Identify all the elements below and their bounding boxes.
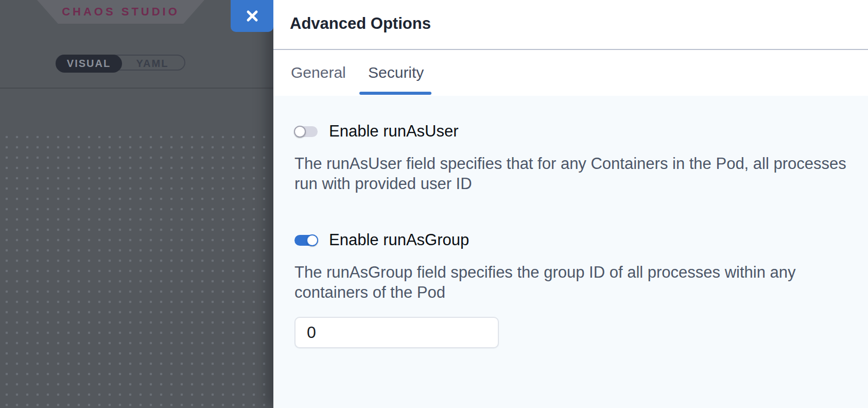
brand-title: CHAOS STUDIO (62, 5, 180, 19)
panel-header: Advanced Options (273, 0, 868, 49)
tabs-bar: General Security (273, 50, 868, 96)
enable-runasgroup-toggle[interactable] (294, 235, 318, 246)
enable-runasgroup-label: Enable runAsGroup (329, 230, 469, 250)
visual-yaml-switch[interactable]: VISUAL YAML (56, 55, 185, 71)
tab-security[interactable]: Security (368, 63, 424, 82)
runasuser-description-line2: run with provided user ID (294, 174, 846, 194)
tab-yaml[interactable]: YAML (120, 56, 184, 72)
runasuser-description-line1: The runAsUser field specifies that for a… (294, 154, 846, 174)
active-tab-indicator (359, 92, 431, 95)
advanced-options-panel: Advanced Options General Security Enable… (273, 0, 868, 408)
tab-yaml-label: YAML (136, 58, 169, 70)
runasuser-description: The runAsUser field specifies that for a… (294, 154, 846, 194)
toggle-knob (306, 234, 318, 246)
brand-badge: CHAOS STUDIO (37, 0, 204, 24)
runasgroup-id-input[interactable] (294, 317, 499, 348)
toggle-knob (294, 126, 306, 138)
security-tab-content: Enable runAsUser The runAsUser field spe… (273, 96, 868, 408)
toolbar-divider (0, 88, 273, 89)
panel-title: Advanced Options (290, 14, 431, 33)
screen: CHAOS STUDIO VISUAL YAML Advanced Option… (0, 0, 868, 408)
close-button[interactable] (231, 0, 273, 32)
dimmed-canvas-region: CHAOS STUDIO VISUAL YAML (0, 0, 273, 408)
tab-general[interactable]: General (291, 63, 346, 82)
close-icon (245, 9, 259, 23)
runasgroup-description: The runAsGroup field specifies the group… (294, 262, 796, 302)
tab-visual[interactable]: VISUAL (56, 55, 122, 73)
dotted-canvas (0, 130, 273, 408)
enable-runasuser-label: Enable runAsUser (329, 122, 459, 141)
tab-visual-label: VISUAL (67, 58, 111, 70)
enable-runasuser-toggle[interactable] (294, 126, 318, 137)
runasgroup-description-line1: The runAsGroup field specifies the group… (294, 262, 796, 282)
runasgroup-description-line2: containers of the Pod (294, 282, 796, 302)
